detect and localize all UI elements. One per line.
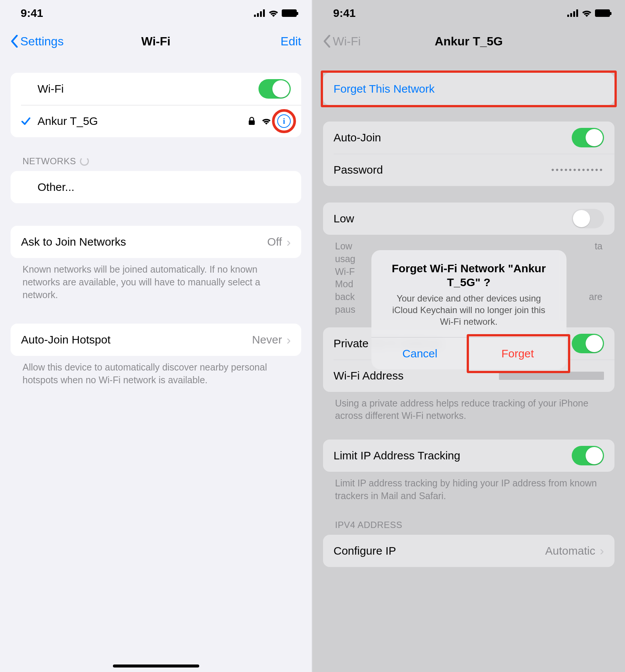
wifi-icon — [268, 9, 279, 17]
private-address-toggle[interactable] — [572, 334, 604, 353]
alert-forget-button[interactable]: Forget — [469, 338, 566, 369]
low-data-label: Low — [334, 212, 572, 225]
back-label: Settings — [20, 34, 64, 48]
svg-rect-3 — [263, 9, 265, 17]
limit-tracking-toggle[interactable] — [572, 446, 604, 465]
ask-to-join-footer: Known networks will be joined automatica… — [11, 258, 301, 301]
status-bar: 9:41 — [312, 0, 625, 26]
wifi-icon — [581, 9, 592, 17]
limit-tracking-footer: Limit IP address tracking by hiding your… — [323, 472, 614, 502]
configure-ip-label: Configure IP — [334, 544, 545, 557]
low-data-toggle[interactable] — [572, 209, 604, 228]
nav-bar: Settings Wi-Fi Edit — [0, 26, 312, 56]
nav-bar: Wi-Fi Ankur T_5G — [312, 26, 625, 56]
status-icons — [254, 9, 297, 17]
network-name: Ankur T_5G — [38, 115, 248, 128]
auto-join-hotspot-row[interactable]: Auto-Join Hotspot Never › — [11, 324, 301, 356]
ask-to-join-row[interactable]: Ask to Join Networks Off › — [11, 226, 301, 258]
alert-forget-label: Forget — [501, 347, 534, 360]
status-bar: 9:41 — [0, 0, 312, 26]
connected-network-row[interactable]: Ankur T_5G i — [11, 105, 301, 137]
home-indicator[interactable] — [113, 664, 199, 668]
back-button[interactable]: Settings — [11, 34, 64, 48]
svg-rect-0 — [254, 15, 256, 17]
edit-button[interactable]: Edit — [281, 34, 301, 48]
svg-rect-5 — [567, 15, 569, 17]
forget-network-row[interactable]: Forget This Network — [323, 73, 614, 105]
screen-network-detail: 9:41 Wi-Fi Ankur T_5G Forget This Networ… — [312, 0, 625, 672]
back-label: Wi-Fi — [333, 34, 361, 48]
password-row[interactable]: Password •••••••••••• — [323, 154, 614, 186]
auto-join-hotspot-footer: Allow this device to automatically disco… — [11, 356, 301, 387]
password-value: •••••••••••• — [551, 165, 604, 175]
wifi-address-label: Wi-Fi Address — [334, 369, 499, 382]
svg-rect-6 — [570, 13, 572, 17]
lock-icon — [248, 117, 255, 126]
chevron-right-icon: › — [287, 235, 291, 249]
cellular-icon — [567, 9, 578, 17]
spinner-icon — [80, 157, 89, 166]
status-icons — [567, 9, 610, 17]
svg-rect-8 — [576, 9, 578, 17]
wifi-toggle-group: Wi-Fi Ankur T_5G i — [11, 73, 301, 137]
status-time: 9:41 — [333, 7, 356, 20]
check-icon — [21, 116, 32, 126]
configure-ip-value: Automatic — [545, 544, 595, 557]
screen-wifi-list: 9:41 Settings Wi-Fi Edit Wi-Fi Anku — [0, 0, 312, 672]
wifi-label: Wi-Fi — [38, 82, 258, 95]
low-data-row: Low — [323, 202, 614, 235]
chevron-left-icon — [323, 35, 331, 48]
ask-to-join-label: Ask to Join Networks — [21, 236, 267, 248]
password-label: Password — [334, 164, 551, 176]
svg-rect-4 — [249, 120, 255, 125]
chevron-left-icon — [11, 35, 18, 48]
svg-rect-7 — [573, 11, 575, 17]
auto-join-hotspot-label: Auto-Join Hotspot — [21, 333, 252, 346]
info-icon[interactable]: i — [277, 114, 291, 128]
status-time: 9:41 — [21, 7, 43, 20]
networks-header: NETWORKS — [11, 156, 301, 171]
auto-join-row: Auto-Join — [323, 122, 614, 154]
forget-confirm-alert: Forget Wi-Fi Network "Ankur T_5G" ? Your… — [371, 250, 566, 370]
limit-tracking-label: Limit IP Address Tracking — [334, 449, 572, 462]
ask-to-join-value: Off — [267, 236, 282, 248]
other-label: Other... — [38, 181, 291, 194]
battery-icon — [595, 9, 610, 17]
configure-ip-row[interactable]: Configure IP Automatic › — [323, 535, 614, 567]
limit-tracking-row: Limit IP Address Tracking — [323, 440, 614, 472]
chevron-right-icon: › — [600, 543, 604, 558]
svg-rect-2 — [260, 11, 262, 17]
battery-icon — [282, 9, 297, 17]
alert-message: Your device and other devices using iClo… — [385, 292, 553, 328]
auto-join-label: Auto-Join — [334, 131, 572, 144]
alert-cancel-button[interactable]: Cancel — [371, 338, 469, 369]
chevron-right-icon: › — [287, 333, 291, 347]
svg-rect-1 — [257, 13, 259, 17]
other-network-row[interactable]: Other... — [11, 171, 301, 203]
alert-title: Forget Wi-Fi Network "Ankur T_5G" ? — [385, 261, 553, 290]
ipv4-header: IPV4 ADDRESS — [323, 520, 614, 535]
auto-join-toggle[interactable] — [572, 128, 604, 147]
wifi-signal-icon — [261, 117, 271, 125]
wifi-toggle[interactable] — [258, 79, 291, 99]
auto-join-hotspot-value: Never — [252, 333, 282, 346]
wifi-address-value-redacted — [499, 372, 604, 380]
forget-network-label: Forget This Network — [334, 82, 604, 95]
cellular-icon — [254, 9, 265, 17]
back-button[interactable]: Wi-Fi — [323, 34, 361, 48]
private-address-footer: Using a private address helps reduce tra… — [323, 392, 614, 423]
